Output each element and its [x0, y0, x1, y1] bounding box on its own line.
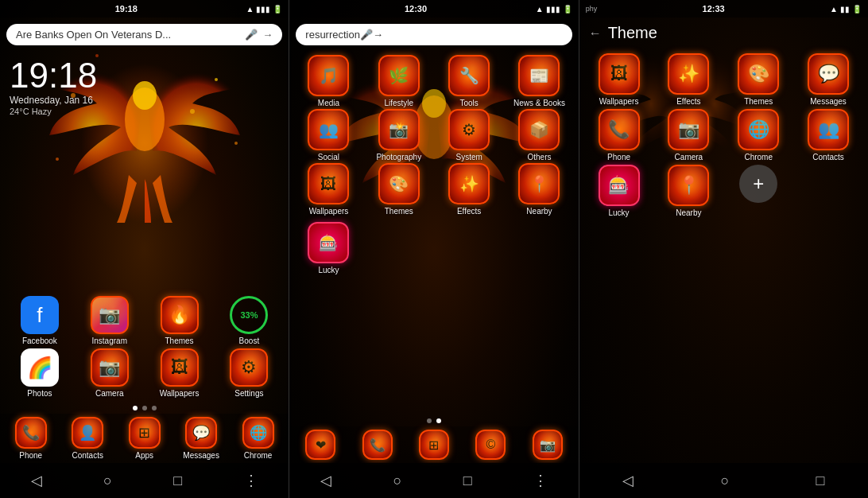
battery-icon-2: 🔋 [563, 5, 572, 14]
home-button-3[interactable]: ○ [714, 466, 735, 496]
photos-icon: 🌈 [21, 348, 59, 387]
app-settings[interactable]: ⚙ Settings [215, 348, 282, 398]
theme-lucky-icon: 🎰 [599, 165, 640, 206]
news-label: News & Books [513, 99, 565, 107]
mic-icon-2[interactable]: 🎤 [360, 29, 373, 41]
phone3: phy 12:33 ▲ ▮▮ 🔋 ← Theme 🖼 Wallpapers ✨ … [579, 0, 868, 498]
phone-icon: 📞 [15, 417, 47, 449]
theme-effects-icon: ✨ [668, 53, 709, 95]
dock-contacts[interactable]: 👤 Contacts [60, 417, 114, 460]
cat-photography[interactable]: 📸 Photography [365, 109, 433, 161]
cat-news[interactable]: 📰 News & Books [505, 55, 573, 107]
theme-chrome-label: Chrome [744, 153, 773, 161]
others-label: Others [527, 153, 551, 161]
arrow-icon-1[interactable]: → [262, 29, 273, 41]
cat-themes[interactable]: 🎨 Themes [365, 163, 433, 216]
app-instagram[interactable]: 📷 Instagram [76, 296, 143, 345]
theme-chrome-icon: 🌐 [738, 109, 779, 150]
theme-contacts-label: Contacts [812, 153, 843, 161]
theme-effects[interactable]: ✨ Effects [655, 53, 722, 106]
theme-messages[interactable]: 💬 Messages [795, 53, 862, 106]
app-camera-1[interactable]: 📷 Camera [76, 348, 143, 398]
status-bar-1: 19:18 ▲ ▮▮▮ 🔋 [0, 0, 289, 18]
recent-button-1[interactable]: □ [167, 466, 188, 496]
dock-messages[interactable]: 💬 Messages [173, 417, 228, 460]
boost-label: Boost [239, 337, 260, 345]
clock-date: Wednesday, Jan 16 [10, 95, 279, 106]
search-bar-2[interactable]: resurrection 🎤 → [296, 24, 572, 45]
cat-social[interactable]: 👥 Social [294, 109, 362, 161]
mic-icon-1[interactable]: 🎤 [245, 29, 258, 41]
photography-label: Photography [376, 153, 421, 161]
system-label: System [455, 153, 482, 161]
cat-wallpapers[interactable]: 🖼 Wallpapers [294, 163, 362, 216]
system-icon: ⚙ [448, 109, 490, 150]
status-left-3: phy [586, 5, 598, 13]
app-themes-1[interactable]: 🔥 Themes [146, 296, 213, 345]
back-button-3[interactable]: ◁ [616, 465, 640, 496]
theme-nearby[interactable]: 📍 Nearby [655, 165, 722, 217]
theme-chrome[interactable]: 🌐 Chrome [725, 109, 792, 161]
cat-tools[interactable]: 🔧 Tools [435, 55, 503, 107]
recent-button-2[interactable]: □ [457, 466, 479, 496]
back-button-2[interactable]: ◁ [314, 465, 338, 496]
menu-button-2[interactable]: ⋮ [527, 465, 554, 496]
dock-phone[interactable]: 📞 Phone [3, 417, 58, 460]
theme-messages-icon: 💬 [808, 53, 849, 95]
theme-themes[interactable]: 🎨 Themes [725, 53, 792, 106]
settings-label: Settings [234, 389, 263, 398]
camera-icon-1: 📷 [91, 348, 129, 387]
cat-system[interactable]: ⚙ System [435, 109, 503, 161]
cat-lifestyle[interactable]: 🌿 Lifestyle [365, 55, 433, 107]
app-facebook[interactable]: f Facebook [6, 296, 73, 345]
app-wallpapers-1[interactable]: 🖼 Wallpapers [146, 348, 213, 398]
back-button-1[interactable]: ◁ [25, 465, 48, 496]
cat-lucky[interactable]: 🎰 Lucky [294, 222, 362, 274]
news-icon: 📰 [518, 55, 560, 96]
battery-icon-1: 🔋 [273, 5, 282, 14]
dock-1: 📞 Phone 👤 Contacts ⊞ Apps 💬 Messages 🌐 C… [0, 414, 289, 463]
theme-camera[interactable]: 📷 Camera [655, 109, 722, 161]
status-bar-3: phy 12:33 ▲ ▮▮ 🔋 [579, 0, 868, 18]
dock2-4[interactable]: © [463, 430, 518, 460]
lucky-label: Lucky [318, 266, 339, 274]
recent-button-3[interactable]: □ [810, 466, 831, 496]
nav-bar-1: ◁ ○ □ ⋮ [0, 463, 289, 498]
wifi-icon-1: ▲ [246, 5, 254, 14]
dock-apps[interactable]: ⊞ Apps [117, 417, 172, 460]
theme-contacts[interactable]: 👥 Contacts [795, 109, 862, 161]
search-bar-1[interactable]: Are Banks Open On Veterans D... 🎤 → [6, 24, 282, 45]
dock2-1[interactable]: ❤ [293, 430, 347, 460]
dot-2-2 [436, 418, 441, 423]
back-arrow-3[interactable]: ← [589, 26, 602, 41]
contacts-icon: 👤 [72, 417, 103, 449]
theme-lucky[interactable]: 🎰 Lucky [586, 165, 653, 217]
theme-wallpapers[interactable]: 🖼 Wallpapers [586, 53, 653, 106]
signal-icon-2: ▮▮▮ [546, 5, 560, 14]
home-button-1[interactable]: ○ [97, 466, 118, 496]
arrow-icon-2[interactable]: → [373, 29, 383, 41]
dock2-icon-3: ⊞ [419, 430, 449, 460]
time-3: 12:33 [703, 4, 725, 14]
cat-effects[interactable]: ✨ Effects [435, 163, 503, 216]
dock2-2[interactable]: 📞 [350, 430, 405, 460]
cat-others[interactable]: 📦 Others [505, 109, 573, 161]
dot-3 [152, 406, 157, 410]
category-grid: 🎵 Media 🌿 Lifestyle 🔧 Tools 📰 News & Boo… [289, 52, 578, 219]
app-photos[interactable]: 🌈 Photos [6, 348, 73, 398]
nav-bar-2: ◁ ○ □ ⋮ [289, 463, 578, 498]
cat-media[interactable]: 🎵 Media [294, 55, 362, 107]
app-boost[interactable]: 33% Boost [215, 296, 282, 345]
theme-phone[interactable]: 📞 Phone [586, 109, 653, 161]
cat-nearby[interactable]: 📍 Nearby [505, 163, 573, 216]
theme-title: Theme [608, 24, 657, 42]
instagram-label: Instagram [92, 337, 127, 345]
dock2-3[interactable]: ⊞ [406, 430, 461, 460]
theme-phone-label: Phone [607, 153, 630, 161]
lifestyle-icon: 🌿 [378, 55, 420, 96]
dock-chrome[interactable]: 🌐 Chrome [231, 417, 285, 460]
menu-button-1[interactable]: ⋮ [238, 465, 265, 496]
theme-add[interactable]: + . [725, 165, 792, 217]
home-button-2[interactable]: ○ [386, 466, 408, 496]
dock2-5[interactable]: 📷 [520, 430, 575, 460]
